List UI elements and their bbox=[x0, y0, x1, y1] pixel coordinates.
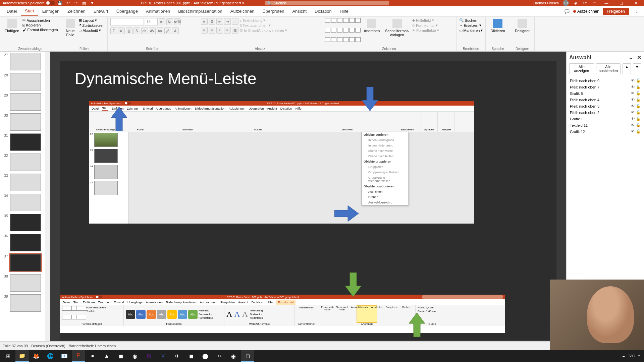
start-button[interactable]: ⊞ bbox=[1, 350, 15, 362]
tray-chevron-icon[interactable]: ^ bbox=[638, 354, 640, 358]
tab-datei[interactable]: Datei bbox=[3, 7, 21, 16]
find-button[interactable]: 🔍Suchen bbox=[459, 18, 483, 22]
eye-icon[interactable]: 👁 bbox=[631, 117, 635, 121]
highlight-icon[interactable]: 🖍 bbox=[164, 27, 171, 34]
thumb-scrollbar[interactable] bbox=[45, 52, 50, 350]
search-input[interactable]: 🔍 Suchen bbox=[265, 1, 389, 5]
eye-icon[interactable]: 👁 bbox=[631, 129, 635, 134]
lock-icon[interactable]: 🔓 bbox=[636, 110, 641, 115]
case-icon[interactable]: Aa bbox=[157, 27, 163, 34]
weather-icon[interactable]: ☁ bbox=[622, 354, 625, 358]
align-text-button[interactable]: ▯Text ausrichten▾ bbox=[240, 23, 287, 27]
record-button[interactable]: Aufzeichnen bbox=[573, 9, 599, 14]
lock-icon[interactable]: 🔓 bbox=[636, 104, 641, 108]
eye-icon[interactable]: 👁 bbox=[631, 104, 635, 108]
tab-hilfe[interactable]: Hilfe bbox=[336, 7, 353, 16]
clear-format-icon[interactable]: A⌫ bbox=[174, 18, 181, 25]
thumb-31[interactable]: 31 bbox=[0, 132, 50, 152]
move-up-icon[interactable]: ▲ bbox=[623, 63, 631, 74]
app-icon[interactable]: ● bbox=[86, 350, 99, 362]
diamond-icon[interactable]: ◈ bbox=[573, 0, 578, 6]
vlc-icon[interactable]: ▲ bbox=[100, 350, 113, 362]
hide-all-button[interactable]: Alle ausblenden bbox=[596, 63, 621, 74]
share-button[interactable]: Freigeben bbox=[603, 8, 629, 15]
thumb-37[interactable]: 37 bbox=[0, 253, 50, 273]
sel-item[interactable]: Pfeil: nach oben 3👁🔓 bbox=[569, 103, 641, 109]
tab-zeichnen[interactable]: Zeichnen bbox=[63, 7, 89, 16]
columns-icon[interactable]: ▥ bbox=[232, 27, 238, 34]
sel-item[interactable]: Pfeil: nach oben 4👁🔓 bbox=[569, 97, 641, 103]
sel-item[interactable]: Grafik 12👁🔓 bbox=[569, 128, 641, 135]
tab-animationen[interactable]: Animationen bbox=[142, 7, 174, 16]
thumb-27[interactable]: 27 bbox=[0, 52, 50, 72]
select-button[interactable]: ▭Markieren▾ bbox=[459, 28, 483, 33]
app-icon[interactable]: ◻ bbox=[241, 350, 254, 362]
chevron-down-icon[interactable]: ⌄ bbox=[632, 9, 641, 14]
lock-icon[interactable]: 🔓 bbox=[636, 85, 641, 89]
line-spacing-icon[interactable]: ↕ bbox=[232, 18, 238, 25]
redo-icon[interactable]: ↷ bbox=[73, 0, 79, 6]
eye-icon[interactable]: 👁 bbox=[631, 110, 635, 115]
font-family-input[interactable] bbox=[110, 18, 144, 25]
lock-icon[interactable]: 🔓 bbox=[636, 123, 641, 127]
sel-item[interactable]: Pfeil: nach oben 9👁🔓 bbox=[569, 77, 641, 84]
sel-item[interactable]: Textfeld 11👁🔓 bbox=[569, 122, 641, 128]
maximize-icon[interactable]: ▢ bbox=[616, 0, 627, 6]
comments-icon[interactable]: 💬 bbox=[565, 9, 570, 14]
section-button[interactable]: ▭Abschnitt▾ bbox=[78, 28, 105, 33]
tab-ueberpruefen[interactable]: Überprüfen bbox=[258, 7, 288, 16]
eye-icon[interactable]: 👁 bbox=[631, 98, 635, 102]
dictate-button[interactable]: Diktieren bbox=[488, 18, 507, 34]
close-icon[interactable]: ✕ bbox=[637, 55, 641, 60]
lock-icon[interactable]: 🔓 bbox=[636, 129, 641, 134]
qat-more-icon[interactable]: ▾ bbox=[90, 0, 95, 6]
grow-font-icon[interactable]: A↑ bbox=[159, 18, 165, 25]
thumb-39[interactable]: 39 bbox=[0, 293, 50, 313]
sync-icon[interactable]: ⟳ bbox=[582, 0, 588, 6]
indent-inc-icon[interactable]: ⇥ bbox=[224, 18, 231, 25]
close-icon[interactable]: ✕ bbox=[631, 0, 641, 6]
shrink-font-icon[interactable]: A↓ bbox=[166, 18, 173, 25]
arrange-button[interactable]: Anordnen bbox=[362, 18, 382, 46]
smartart-button[interactable]: ◫In SmartArt konvertieren▾ bbox=[240, 28, 287, 33]
present-icon[interactable]: ▤ bbox=[82, 0, 87, 6]
sel-item[interactable]: Pfeil: nach oben 7👁🔓 bbox=[569, 84, 641, 90]
tab-ansicht[interactable]: Ansicht bbox=[288, 7, 311, 16]
designer-button[interactable]: Designer bbox=[513, 18, 532, 34]
fill-button[interactable]: ◆Fülleffekt▾ bbox=[412, 18, 439, 22]
app-icon[interactable]: ◼ bbox=[184, 350, 198, 362]
format-painter-button[interactable]: 🖌Format übertragen bbox=[22, 28, 58, 32]
tab-bildschirm[interactable]: Bildschirmpräsentation bbox=[174, 7, 226, 16]
tab-einfuegen[interactable]: Einfügen bbox=[38, 7, 63, 16]
tab-aufzeichnen[interactable]: Aufzeichnen bbox=[226, 7, 259, 16]
sel-item[interactable]: Grafik 5👁🔓 bbox=[569, 90, 641, 97]
save-icon[interactable]: 💾 bbox=[57, 0, 63, 6]
thumb-32[interactable]: 32 bbox=[0, 152, 50, 172]
bold-icon[interactable]: F bbox=[110, 27, 117, 34]
telegram-icon[interactable]: ✈ bbox=[170, 350, 184, 362]
sel-item[interactable]: Grafik 1👁🔓 bbox=[569, 116, 641, 122]
chrome-icon[interactable]: 🌐 bbox=[44, 350, 57, 362]
reset-button[interactable]: ↺Zurücksetzen bbox=[78, 23, 105, 27]
layout-button[interactable]: ▦Layout▾ bbox=[78, 18, 105, 22]
outline-button[interactable]: ◇Formkontur▾ bbox=[412, 23, 439, 27]
italic-icon[interactable]: K bbox=[118, 27, 125, 34]
slide-canvas[interactable]: Dynamische Menü-Leiste Automatisches Spe… bbox=[50, 52, 566, 350]
underline-icon[interactable]: U bbox=[126, 27, 132, 34]
powerpoint-icon[interactable]: P bbox=[72, 350, 85, 362]
eye-icon[interactable]: 👁 bbox=[631, 78, 635, 83]
thumbnail-rail[interactable]: 27 28 29 30 31 32 33 34 35 36 37 38 39 bbox=[0, 52, 50, 350]
thumb-35[interactable]: 35 bbox=[0, 213, 50, 233]
thumb-30[interactable]: 30 bbox=[0, 112, 50, 132]
shadow-icon[interactable]: ab bbox=[141, 27, 148, 34]
chevron-down-icon[interactable]: ⌄ bbox=[629, 55, 633, 60]
accessibility-check[interactable]: Barrierefreiheit: Untersuchen bbox=[69, 344, 116, 348]
align-center-icon[interactable]: ≡ bbox=[209, 27, 215, 34]
show-all-button[interactable]: Alle anzeigen bbox=[569, 63, 594, 74]
align-left-icon[interactable]: ≡ bbox=[201, 27, 208, 34]
sel-item[interactable]: Pfeil: nach oben 2👁🔓 bbox=[569, 109, 641, 116]
obs-icon[interactable]: ⬤ bbox=[199, 350, 212, 362]
bullets-icon[interactable]: ≡ bbox=[201, 18, 208, 25]
quickstyles-button[interactable]: Schnellformat- vorlagen bbox=[383, 18, 411, 46]
onenote-icon[interactable]: N bbox=[142, 350, 156, 362]
